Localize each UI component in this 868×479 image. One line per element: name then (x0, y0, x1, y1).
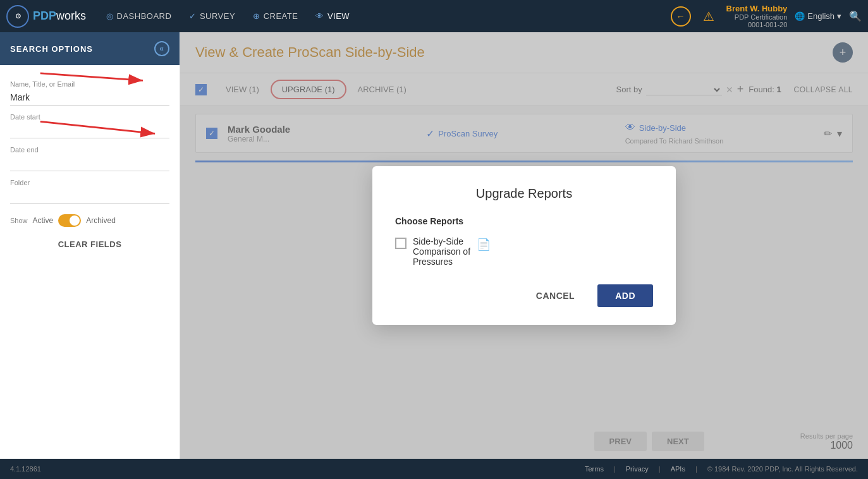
content-area: View & Create ProScan Side-by-Side + ✓ V… (180, 32, 868, 459)
footer: 4.1.12861 Terms | Privacy | APIs | © 198… (0, 459, 868, 479)
cancel-button[interactable]: CANCEL (521, 284, 590, 307)
sidebar-header: SEARCH OPTIONS « (0, 32, 180, 65)
user-id: 0001-001-20 (726, 21, 788, 28)
modal-footer: CANCEL ADD (395, 284, 653, 307)
nav-create-label: CREATE (264, 11, 298, 21)
sidebar-body: Name, Title, or Email Date start Date en… (0, 65, 180, 257)
name-field-label: Name, Title, or Email (10, 80, 169, 88)
logo-icon: ⊙ (6, 5, 29, 28)
footer-links: Terms | Privacy | APIs | © 1984 Rev. 202… (585, 465, 858, 473)
date-start-label: Date start (10, 113, 169, 121)
top-navigation: ⊙ PDPworks ◎ DASHBOARD ✓ SURVEY ⊕ CREATE… (0, 0, 868, 32)
nav-view[interactable]: 👁 VIEW (308, 8, 357, 25)
alert-button[interactable]: ⚠ (699, 6, 719, 27)
copyright: © 1984 Rev. 2020 PDP, Inc. All Rights Re… (707, 465, 858, 473)
nav-dashboard[interactable]: ◎ DASHBOARD (99, 8, 179, 25)
privacy-link[interactable]: Privacy (626, 465, 649, 473)
report-text-block: Side-by-Side Comparison of Pressures (413, 236, 470, 267)
main-layout: SEARCH OPTIONS « Name, Title, or Email D… (0, 32, 868, 459)
nav-view-label: VIEW (327, 11, 350, 21)
user-profile[interactable]: Brent W. Hubby PDP Certification 0001-00… (726, 4, 788, 28)
date-end-label: Date end (10, 146, 169, 154)
sidebar-collapse-button[interactable]: « (154, 41, 169, 56)
archived-label: Archived (86, 216, 116, 225)
upgrade-reports-modal: Upgrade Reports Choose Reports Side-by-S… (372, 166, 676, 325)
sidebar-title: SEARCH OPTIONS (10, 44, 93, 54)
language-selector[interactable]: 🌐 English ▾ (795, 11, 841, 21)
report-label-3: Pressures (413, 257, 470, 267)
clear-fields-button[interactable]: CLEAR FIELDS (10, 240, 169, 249)
user-name: Brent W. Hubby (726, 4, 788, 13)
report-checkbox[interactable] (395, 238, 406, 249)
back-button[interactable]: ← (671, 6, 691, 27)
name-search-input[interactable] (10, 90, 169, 106)
modal-title: Upgrade Reports (395, 186, 653, 201)
nav-dashboard-label: DASHBOARD (117, 11, 172, 21)
report-label-1: Side-by-Side (413, 236, 470, 246)
dashboard-icon: ◎ (106, 11, 114, 21)
version-label: 4.1.12861 (10, 465, 41, 473)
modal-section-title: Choose Reports (395, 216, 653, 226)
modal-report-row: Side-by-Side Comparison of Pressures 📄 (395, 236, 653, 267)
show-row: Show Active Archived (10, 214, 169, 227)
modal-overlay: Upgrade Reports Choose Reports Side-by-S… (180, 32, 868, 459)
view-icon: 👁 (315, 11, 324, 21)
report-label-2: Comparison of (413, 246, 470, 257)
active-label: Active (33, 216, 54, 225)
date-start-input[interactable] (10, 123, 169, 138)
date-end-input[interactable] (10, 155, 169, 171)
nav-items: ◎ DASHBOARD ✓ SURVEY ⊕ CREATE 👁 VIEW (99, 8, 671, 25)
user-certification: PDP Certification (726, 13, 788, 21)
active-archived-toggle[interactable] (58, 214, 81, 227)
sidebar: SEARCH OPTIONS « Name, Title, or Email D… (0, 32, 180, 459)
folder-input[interactable] (10, 188, 169, 204)
add-button[interactable]: ADD (597, 284, 653, 307)
language-label: English (807, 11, 834, 21)
nav-right: ← ⚠ Brent W. Hubby PDP Certification 000… (671, 4, 862, 28)
nav-create[interactable]: ⊕ CREATE (245, 8, 305, 25)
terms-link[interactable]: Terms (585, 465, 604, 473)
chevron-down-icon: ▾ (837, 11, 841, 21)
create-icon: ⊕ (253, 11, 260, 21)
search-button[interactable]: 🔍 (849, 10, 862, 22)
nav-survey-label: SURVEY (200, 11, 235, 21)
file-icon: 📄 (477, 238, 491, 252)
show-label: Show (10, 217, 28, 224)
logo-text: PDPworks (33, 9, 86, 23)
folder-label: Folder (10, 179, 169, 186)
nav-survey[interactable]: ✓ SURVEY (181, 8, 243, 25)
survey-icon: ✓ (189, 11, 197, 21)
apis-link[interactable]: APIs (671, 465, 685, 473)
globe-icon: 🌐 (795, 11, 805, 21)
logo[interactable]: ⊙ PDPworks (6, 5, 86, 28)
